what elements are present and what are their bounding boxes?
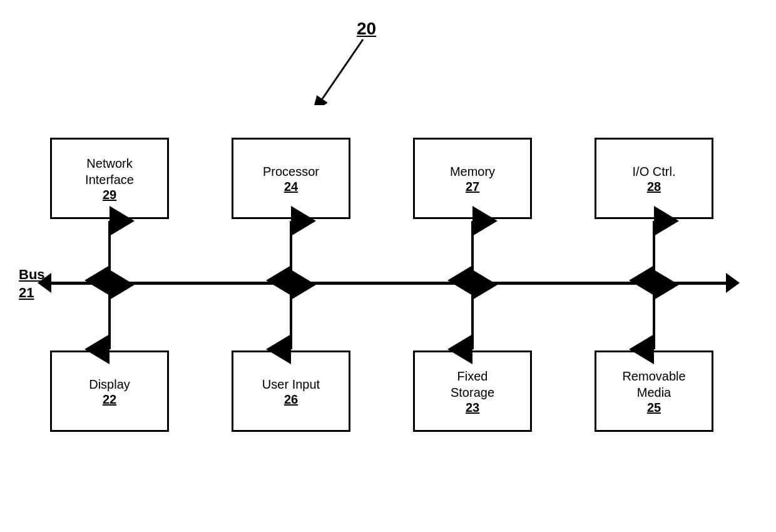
bus-label: Bus 21 — [19, 266, 45, 302]
bus-arrow-right — [726, 273, 740, 293]
box-removable-media: RemovableMedia 25 — [595, 350, 713, 432]
box-fixed-storage-label: FixedStorage — [451, 368, 494, 401]
box-removable-media-label: RemovableMedia — [622, 368, 685, 401]
box-display-num: 22 — [103, 392, 116, 407]
box-user-input: User Input 26 — [232, 350, 350, 432]
box-display-label: Display — [89, 376, 130, 392]
box-network-interface-label: NetworkInterface — [85, 155, 134, 188]
title-arrow — [307, 36, 382, 105]
box-memory-num: 27 — [466, 180, 479, 194]
box-io-ctrl-num: 28 — [647, 180, 661, 194]
box-processor-num: 24 — [284, 180, 298, 194]
bus-text: Bus — [19, 266, 45, 284]
box-processor: Processor 24 — [232, 138, 350, 219]
box-display: Display 22 — [50, 350, 169, 432]
box-removable-media-num: 25 — [647, 401, 661, 415]
box-memory: Memory 27 — [413, 138, 532, 219]
box-fixed-storage: FixedStorage 23 — [413, 350, 532, 432]
box-network-interface-num: 29 — [103, 188, 116, 202]
diagram: 20 Bus 21 NetworkInterface 29 Processor … — [0, 0, 776, 532]
box-memory-label: Memory — [450, 163, 495, 180]
arrows-svg — [0, 0, 776, 532]
bus-number: 21 — [19, 284, 45, 302]
box-processor-label: Processor — [263, 163, 319, 180]
box-network-interface: NetworkInterface 29 — [50, 138, 169, 219]
box-user-input-label: User Input — [262, 376, 320, 392]
box-io-ctrl-label: I/O Ctrl. — [633, 163, 676, 180]
bus-line — [50, 282, 726, 285]
box-fixed-storage-num: 23 — [466, 401, 479, 415]
box-user-input-num: 26 — [284, 392, 298, 407]
box-io-ctrl: I/O Ctrl. 28 — [595, 138, 713, 219]
svg-line-1 — [322, 39, 363, 99]
